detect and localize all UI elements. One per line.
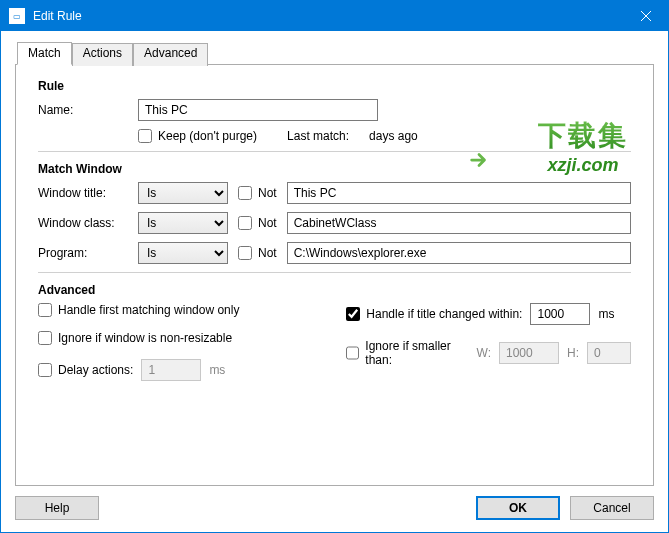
last-match-value: days ago [369,129,418,143]
dialog-footer: Help OK Cancel [15,486,654,520]
h-label: H: [567,346,579,360]
first-match-checkbox[interactable] [38,303,52,317]
title-changed-wrap[interactable]: Handle if title changed within: [346,307,522,321]
ignore-smaller-checkbox[interactable] [346,346,359,360]
program-not-wrap[interactable]: Not [238,246,277,260]
window-class-not-wrap[interactable]: Not [238,216,277,230]
delay-value [141,359,201,381]
group-rule-title: Rule [38,79,631,93]
app-icon: ▭ [9,8,25,24]
window-class-not[interactable] [238,216,252,230]
client-area: Match Actions Advanced Rule Name: Keep (… [1,31,668,532]
ignore-nonresize-checkbox[interactable] [38,331,52,345]
ignore-smaller-w [499,342,559,364]
help-button[interactable]: Help [15,496,99,520]
title-changed-value[interactable] [530,303,590,325]
program-not[interactable] [238,246,252,260]
close-button[interactable] [623,1,668,31]
tab-match[interactable]: Match [17,42,72,65]
edit-rule-dialog: ▭ Edit Rule Match Actions Advanced Rule … [0,0,669,533]
group-match-title: Match Window [38,162,631,176]
window-title-label: Window title: [38,186,138,200]
group-advanced-title: Advanced [38,283,631,297]
last-match-label: Last match: [287,129,349,143]
titlebar: ▭ Edit Rule [1,1,668,31]
window-title: Edit Rule [33,9,623,23]
program-value[interactable] [287,242,631,264]
tab-pane-match: Rule Name: Keep (don't purge) Last match… [15,64,654,486]
ignore-nonresize-wrap[interactable]: Ignore if window is non-resizable [38,331,346,345]
window-class-label: Window class: [38,216,138,230]
window-title-op[interactable]: Is [138,182,228,204]
program-label: Program: [38,246,138,260]
delay-checkbox[interactable] [38,363,52,377]
tabstrip: Match Actions Advanced [17,42,654,65]
first-match-wrap[interactable]: Handle first matching window only [38,303,346,317]
tab-actions[interactable]: Actions [72,43,133,66]
delay-wrap[interactable]: Delay actions: [38,363,133,377]
title-changed-unit: ms [598,307,614,321]
name-input[interactable] [138,99,378,121]
tab-advanced[interactable]: Advanced [133,43,208,66]
window-class-value[interactable] [287,212,631,234]
w-label: W: [477,346,491,360]
delay-unit: ms [209,363,225,377]
keep-label: Keep (don't purge) [158,129,257,143]
ignore-smaller-wrap[interactable]: Ignore if smaller than: [346,339,468,367]
ignore-smaller-h [587,342,631,364]
ok-button[interactable]: OK [476,496,560,520]
window-title-not-wrap[interactable]: Not [238,186,277,200]
cancel-button[interactable]: Cancel [570,496,654,520]
keep-checkbox[interactable] [138,129,152,143]
keep-checkbox-wrap[interactable]: Keep (don't purge) [138,129,257,143]
name-label: Name: [38,103,138,117]
window-class-op[interactable]: Is [138,212,228,234]
window-title-not[interactable] [238,186,252,200]
window-title-value[interactable] [287,182,631,204]
title-changed-checkbox[interactable] [346,307,360,321]
program-op[interactable]: Is [138,242,228,264]
